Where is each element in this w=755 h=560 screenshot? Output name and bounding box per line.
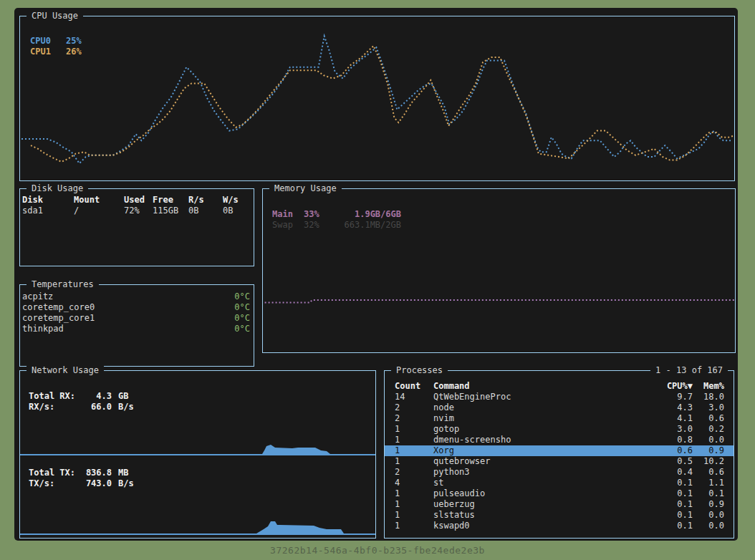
memory-usage-panel: Memory Usage Main33%1.9GB/6GB Swap32%663… [262, 188, 736, 353]
memory-swap-line: Swap32%663.1MB/2GB [272, 220, 415, 231]
proc-col-mem[interactable]: Mem% [693, 381, 724, 392]
proc-command-cell: nvim [433, 413, 647, 424]
disk-cell: 72% [124, 206, 153, 216]
memory-main-pct: 33% [304, 209, 330, 220]
process-row[interactable]: 2nvim4.10.6 [385, 413, 734, 424]
proc-mem-cell: 10.2 [693, 456, 724, 467]
tx-total-unit: MB [118, 468, 128, 478]
cpu-usage-panel: CPU Usage CPU025% CPU126% [19, 16, 735, 181]
proc-col-cpu-sort[interactable]: CPU%▼ [647, 381, 693, 392]
network-tx-readout: Total TX:836.8MB TX/s:743.0B/s [29, 468, 134, 489]
rx-rate-line: RX/s:66.0B/s [29, 402, 134, 412]
proc-count-cell: 14 [395, 392, 433, 402]
disk-panel-title: Disk Usage [27, 183, 88, 194]
process-row[interactable]: 1qutebrowser0.510.2 [385, 456, 734, 467]
proc-mem-cell: 0.6 [693, 467, 724, 478]
process-rows: 14QtWebEngineProc9.718.02node4.33.02nvim… [385, 392, 734, 531]
memory-swap-amount: 663.1MB/2GB [330, 220, 401, 231]
proc-mem-cell: 0.2 [693, 424, 724, 435]
tx-rate-label: TX/s: [29, 478, 83, 489]
cpu0-value: 25% [66, 36, 82, 46]
processes-panel: Processes 1 - 13 of 167 Count Command CP… [384, 370, 734, 539]
cpu-legend: CPU025% CPU126% [30, 36, 82, 57]
network-tx-chart [20, 453, 375, 535]
network-rx-readout: Total RX:4.3GB RX/s:66.0B/s [29, 391, 134, 412]
memory-main-line: Main33%1.9GB/6GB [272, 209, 415, 220]
process-row[interactable]: 2python30.40.6 [385, 467, 734, 478]
processes-table: Count Command CPU%▼ Mem% 14QtWebEnginePr… [385, 381, 734, 531]
proc-count-cell: 1 [395, 521, 433, 531]
proc-mem-cell: 0.9 [693, 445, 724, 456]
temperature-value: 0°C [234, 302, 250, 313]
process-row[interactable]: 1gotop3.00.2 [385, 424, 734, 435]
proc-count-cell: 1 [395, 499, 433, 510]
rx-rate-label: RX/s: [29, 402, 83, 412]
memory-main-amount: 1.9GB/6GB [330, 209, 401, 220]
temps-list: acpitz0°Ccoretemp_core00°Ccoretemp_core1… [20, 291, 254, 334]
disk-cell: 115GB [153, 206, 188, 216]
disk-cell: / [74, 206, 124, 216]
temperature-row: acpitz0°C [20, 291, 254, 302]
proc-mem-cell: 0.1 [693, 488, 724, 499]
disk-usage-panel: Disk Usage Disk Mount Used Free R/s W/s … [19, 188, 254, 266]
disk-col-free: Free [153, 195, 188, 206]
proc-col-count[interactable]: Count [395, 381, 433, 392]
temperature-row: thinkpad0°C [20, 324, 254, 334]
terminal-window: CPU Usage CPU025% CPU126% Disk Usage Dis… [14, 8, 738, 541]
disk-table-header: Disk Mount Used Free R/s W/s [20, 195, 254, 206]
cpu0-label: CPU0 [30, 36, 66, 47]
processes-table-header: Count Command CPU%▼ Mem% [385, 381, 734, 392]
temperature-sensor-label: acpitz [22, 291, 53, 302]
proc-count-cell: 1 [395, 488, 433, 499]
proc-cpu-cell: 0.6 [647, 445, 693, 456]
temperature-value: 0°C [234, 313, 250, 324]
rx-rate-value: 66.0 [83, 402, 112, 412]
disk-rows: sda1/72%115GB0B0B [20, 206, 254, 216]
rx-total-unit: GB [118, 391, 128, 401]
process-row[interactable]: 2node4.33.0 [385, 402, 734, 413]
cpu1-value: 26% [66, 47, 82, 57]
proc-cpu-cell: 3.0 [647, 424, 693, 435]
proc-mem-cell: 0.0 [693, 510, 724, 521]
cpu1-label: CPU1 [30, 47, 66, 57]
proc-cpu-cell: 9.7 [647, 392, 693, 402]
temperature-sensor-label: coretemp_core0 [22, 302, 95, 313]
process-row[interactable]: 1ueberzug0.10.9 [385, 499, 734, 510]
disk-row: sda1/72%115GB0B0B [20, 206, 254, 216]
disk-cell: sda1 [22, 206, 74, 216]
proc-mem-cell: 0.0 [693, 521, 724, 531]
disk-cell: 0B [223, 206, 251, 216]
proc-count-cell: 1 [395, 435, 433, 445]
temperature-row: coretemp_core00°C [20, 302, 254, 313]
proc-mem-cell: 18.0 [693, 392, 724, 402]
tx-total-line: Total TX:836.8MB [29, 468, 134, 478]
memory-swap-pct: 32% [304, 220, 330, 231]
temps-panel-title: Temperatures [27, 279, 99, 290]
proc-command-cell: dmenu-screensho [433, 435, 647, 445]
process-row[interactable]: 14QtWebEngineProc9.718.0 [385, 392, 734, 402]
proc-mem-cell: 0.0 [693, 435, 724, 445]
proc-col-command[interactable]: Command [433, 381, 647, 392]
proc-cpu-cell: 4.3 [647, 402, 693, 413]
proc-command-cell: pulseaudio [433, 488, 647, 499]
memory-readouts: Main33%1.9GB/6GB Swap32%663.1MB/2GB [272, 209, 415, 231]
process-row[interactable]: 1dmenu-screensho0.80.0 [385, 435, 734, 445]
proc-cpu-cell: 0.8 [647, 435, 693, 445]
process-row[interactable]: 1slstatus0.10.0 [385, 510, 734, 521]
proc-cpu-cell: 0.1 [647, 478, 693, 488]
proc-count-cell: 1 [395, 456, 433, 467]
rx-total-label: Total RX: [29, 391, 83, 402]
process-row[interactable]: 1kswapd00.10.0 [385, 521, 734, 531]
proc-count-cell: 2 [395, 413, 433, 424]
proc-command-cell: kswapd0 [433, 521, 647, 531]
disk-col-rs: R/s [188, 195, 223, 206]
disk-cell: 0B [188, 206, 223, 216]
process-row[interactable]: 1pulseaudio0.10.1 [385, 488, 734, 499]
process-row[interactable]: 4st0.11.1 [385, 478, 734, 488]
proc-cpu-cell: 0.1 [647, 510, 693, 521]
memory-swap-label: Swap [272, 220, 304, 231]
proc-cpu-cell: 0.4 [647, 467, 693, 478]
proc-count-cell: 2 [395, 467, 433, 478]
process-row-selected[interactable]: 1Xorg0.60.9 [385, 445, 734, 456]
proc-cpu-cell: 0.1 [647, 521, 693, 531]
